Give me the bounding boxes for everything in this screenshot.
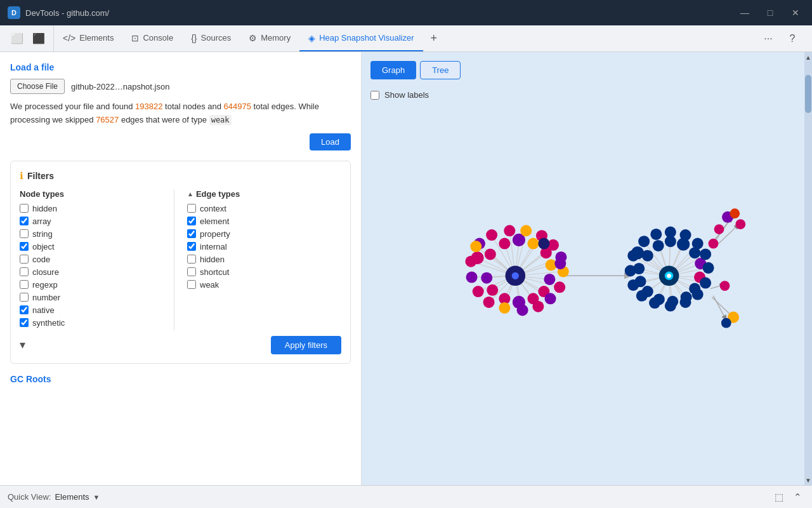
svg-point-72 [499,238,510,250]
checkbox-weak[interactable]: weak [187,280,341,290]
add-tab-button[interactable]: + [423,25,445,51]
checkbox-array[interactable]: array [20,217,174,226]
checkbox-context[interactable]: context [187,204,341,213]
tab-memory[interactable]: ⚙ Memory [240,25,299,51]
svg-point-108 [653,240,664,251]
checkbox-internal[interactable]: internal [187,242,341,251]
checkbox-shortcut[interactable]: shortcut [187,267,341,277]
node-types-column: Node types hidden array string object co… [20,189,174,331]
tree-view-button[interactable]: Tree [420,61,461,79]
hidden-e-checkbox[interactable] [187,255,196,264]
bottom-bar: Quick View: Elements ▼ ⬚ ⌃ [0,485,812,508]
svg-point-141 [730,208,740,218]
checkbox-element[interactable]: element [187,217,341,226]
edge-types-header: ▲ Edge types [187,189,341,199]
scroll-thumb[interactable] [805,75,811,113]
svg-point-144 [721,318,731,328]
scroll-down-indicator[interactable]: ▾ [20,338,25,352]
string-checkbox[interactable] [20,229,29,238]
load-file-title: Load a file [10,62,351,72]
skipped-edges: 76527 [96,115,119,124]
svg-point-87 [504,225,515,236]
object-checkbox[interactable] [20,242,29,251]
svg-point-126 [692,238,704,250]
left-panel: Load a file Choose File github-2022…naps… [0,52,362,485]
svg-point-124 [665,227,676,238]
checkbox-code[interactable]: code [20,255,174,264]
total-edges: 644975 [224,102,251,111]
closure-checkbox[interactable] [20,267,29,276]
checkbox-object[interactable]: object [20,242,174,251]
internal-checkbox[interactable] [187,242,196,251]
tab-sources[interactable]: {} Sources [182,25,240,51]
svg-point-102 [470,241,481,252]
expand-icon[interactable]: ⌃ [791,489,804,505]
property-checkbox[interactable] [187,229,196,238]
weak-checkbox[interactable] [187,280,196,289]
graph-view-button[interactable]: Graph [370,61,416,79]
checkbox-number[interactable]: number [20,293,174,302]
svg-point-134 [636,290,648,302]
gc-roots-title: GC Roots [10,374,351,384]
shortcut-checkbox[interactable] [187,267,196,276]
gc-roots-section: GC Roots [10,374,351,384]
regexp-checkbox[interactable] [20,280,29,289]
code-checkbox[interactable] [20,255,29,264]
choose-file-button[interactable]: Choose File [10,79,65,94]
checkbox-synthetic[interactable]: synthetic [20,318,174,328]
checkbox-hidden[interactable]: hidden [20,204,174,213]
file-input-row: Choose File github-2022…napshot.json [10,79,351,94]
tab-heap-snapshot[interactable]: ◈ Heap Snapshot Visualizer [299,25,422,51]
load-button[interactable]: Load [310,133,351,150]
minimize-button[interactable]: — [736,4,754,22]
svg-point-99 [473,286,484,297]
heap-snapshot-tab-icon: ◈ [308,33,315,43]
tab-elements[interactable]: </> Elements [54,25,122,51]
show-labels-checkbox[interactable] [370,91,379,100]
main-content: Load a file Choose File github-2022…naps… [0,52,812,485]
more-options-icon[interactable]: ··· [759,29,778,48]
filters-section: ℹ Filters Node types hidden array string… [10,161,351,364]
filters-info-icon: ℹ [20,170,23,182]
svg-point-97 [499,302,510,314]
checkbox-string[interactable]: string [20,229,174,239]
svg-point-133 [649,297,660,309]
checkbox-closure[interactable]: closure [20,267,174,277]
scroll-down-arrow[interactable]: ▼ [804,475,812,485]
svg-point-95 [532,301,544,312]
checkbox-property[interactable]: property [187,229,341,239]
checkbox-regexp[interactable]: regexp [20,280,174,290]
graph-canvas [362,52,812,485]
show-labels-label[interactable]: Show labels [384,90,429,100]
array-checkbox[interactable] [20,217,29,225]
svg-point-83 [481,272,492,284]
context-checkbox[interactable] [187,204,196,213]
tab-console[interactable]: ⊡ Console [122,25,182,51]
svg-point-71 [485,248,496,260]
checkbox-hidden-e[interactable]: hidden [187,255,341,264]
dock-bottom-icon[interactable]: ⬚ [772,489,786,505]
edge-collapse-button[interactable]: ▲ [187,190,193,197]
help-icon[interactable]: ? [783,29,802,48]
svg-point-123 [650,229,662,240]
number-checkbox[interactable] [20,293,29,302]
total-nodes: 193822 [135,102,162,111]
synthetic-checkbox[interactable] [20,318,29,327]
svg-point-77 [544,274,555,285]
device-toolbar-icon[interactable]: ⬛ [29,29,48,48]
maximize-button[interactable]: □ [761,4,779,22]
hidden-checkbox[interactable] [20,204,29,213]
quick-view-dropdown-arrow[interactable]: ▼ [93,493,100,501]
inspect-element-icon[interactable]: ⬜ [8,29,27,48]
native-checkbox[interactable] [20,305,29,314]
svg-point-131 [680,297,691,308]
svg-point-138 [709,239,719,249]
filters-header: ℹ Filters [20,170,341,182]
scroll-up-arrow[interactable]: ▲ [804,52,812,62]
close-button[interactable]: ✕ [787,4,804,22]
quick-view-value: Elements [55,492,89,502]
svg-point-96 [517,304,528,316]
checkbox-native[interactable]: native [20,305,174,315]
element-checkbox[interactable] [187,217,196,225]
apply-filters-button[interactable]: Apply filters [271,336,341,354]
